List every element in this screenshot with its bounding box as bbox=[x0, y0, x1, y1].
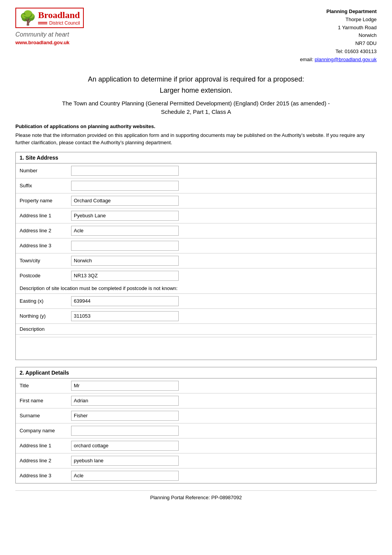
field-label-app-address1: Address line 1 bbox=[16, 438, 70, 453]
input-northing[interactable] bbox=[71, 311, 179, 321]
logo-area: 🌳 Broadland District Council Community a… bbox=[15, 8, 84, 45]
table-row: First name bbox=[16, 393, 376, 408]
table-row: Property name bbox=[16, 193, 376, 208]
field-label-easting: Easting (x) bbox=[16, 294, 70, 309]
section-1-header: 1. Site Address bbox=[16, 152, 376, 163]
table-row: Address line 2 bbox=[16, 453, 376, 468]
page-title-line3: The Town and Country Planning (General P… bbox=[15, 99, 377, 108]
field-value-description bbox=[70, 323, 376, 334]
table-row: Postcode bbox=[16, 268, 376, 283]
page-title-line4: Schedule 2, Part 1, Class A bbox=[15, 108, 377, 117]
input-company[interactable] bbox=[71, 426, 179, 436]
coordinates-table: Easting (x) Northing (y) Description bbox=[16, 294, 376, 334]
dept-name: Planning Department bbox=[300, 8, 377, 16]
table-row: Company name bbox=[16, 423, 376, 438]
field-value-address2 bbox=[70, 223, 376, 238]
field-label-app-address3: Address line 3 bbox=[16, 468, 70, 483]
input-app-address3[interactable] bbox=[71, 471, 179, 481]
section-1: 1. Site Address Number Suffix Property n… bbox=[15, 152, 377, 360]
field-label-firstname: First name bbox=[16, 393, 70, 408]
field-label-title: Title bbox=[16, 378, 70, 393]
table-row: Description bbox=[16, 323, 376, 334]
section-2-table: Title First name Surname Company name bbox=[16, 378, 376, 483]
textarea-description[interactable] bbox=[20, 337, 372, 356]
field-value-number bbox=[70, 163, 376, 178]
field-value-company bbox=[70, 423, 376, 438]
field-value-address3 bbox=[70, 238, 376, 253]
table-row: Easting (x) bbox=[16, 294, 376, 309]
district-council: District Council bbox=[38, 20, 80, 26]
table-row: Suffix bbox=[16, 178, 376, 193]
table-row: Address line 1 bbox=[16, 438, 376, 453]
input-town[interactable] bbox=[71, 256, 179, 266]
tree-icon: 🌳 bbox=[19, 11, 37, 25]
footer-reference: Planning Portal Reference: PP-08987092 bbox=[150, 495, 242, 500]
field-label-company: Company name bbox=[16, 423, 70, 438]
field-value-title bbox=[70, 378, 376, 393]
field-label-address1: Address line 1 bbox=[16, 208, 70, 223]
field-value-northing bbox=[70, 308, 376, 323]
table-row: Address line 3 bbox=[16, 238, 376, 253]
input-address1[interactable] bbox=[71, 211, 179, 221]
table-row: Town/city bbox=[16, 253, 376, 268]
field-label-northing: Northing (y) bbox=[16, 308, 70, 323]
input-app-address2[interactable] bbox=[71, 456, 179, 466]
table-row: Title bbox=[16, 378, 376, 393]
field-label-number: Number bbox=[16, 163, 70, 178]
field-label-postcode: Postcode bbox=[16, 268, 70, 283]
table-row: Address line 1 bbox=[16, 208, 376, 223]
field-value-app-address1 bbox=[70, 438, 376, 453]
input-address2[interactable] bbox=[71, 226, 179, 236]
dept-email-row: email: planning@broadland.gov.uk bbox=[300, 56, 377, 64]
table-row: Address line 2 bbox=[16, 223, 376, 238]
description-note: Description of site location must be com… bbox=[16, 283, 376, 294]
dc-line1 bbox=[38, 22, 47, 23]
input-surname[interactable] bbox=[71, 411, 179, 421]
dept-info: Planning Department Thorpe Lodge 1 Yarmo… bbox=[300, 8, 377, 64]
field-value-town bbox=[70, 253, 376, 268]
input-number[interactable] bbox=[71, 166, 179, 176]
sub-name: District Council bbox=[49, 20, 80, 26]
table-row: Surname bbox=[16, 408, 376, 423]
brand-name: Broadland bbox=[38, 10, 80, 20]
input-app-address1[interactable] bbox=[71, 441, 179, 451]
dept-city: Norwich bbox=[300, 32, 377, 40]
field-label-app-address2: Address line 2 bbox=[16, 453, 70, 468]
title-area: An application to determine if prior app… bbox=[15, 75, 377, 117]
dept-email-link[interactable]: planning@broadland.gov.uk bbox=[315, 57, 377, 62]
page-title-line1: An application to determine if prior app… bbox=[15, 75, 377, 83]
input-postcode[interactable] bbox=[71, 271, 179, 281]
logo-box: 🌳 Broadland District Council bbox=[15, 8, 84, 28]
section-1-table: Number Suffix Property name Address line… bbox=[16, 163, 376, 283]
field-label-description: Description bbox=[16, 323, 70, 334]
dc-line2 bbox=[38, 23, 47, 24]
field-value-app-address2 bbox=[70, 453, 376, 468]
header: 🌳 Broadland District Council Community a… bbox=[15, 8, 377, 64]
notice-title: Publication of applications on planning … bbox=[15, 123, 377, 129]
broadland-title: Broadland District Council bbox=[38, 10, 80, 26]
field-label-suffix: Suffix bbox=[16, 178, 70, 193]
input-address3[interactable] bbox=[71, 241, 179, 251]
dc-lines-icon bbox=[38, 22, 47, 25]
input-property-name[interactable] bbox=[71, 196, 179, 206]
dept-address1: Thorpe Lodge bbox=[300, 16, 377, 24]
page: 🌳 Broadland District Council Community a… bbox=[0, 0, 392, 510]
dept-address2: 1 Yarmouth Road bbox=[300, 24, 377, 32]
field-label-address2: Address line 2 bbox=[16, 223, 70, 238]
input-title[interactable] bbox=[71, 381, 179, 391]
table-row: Northing (y) bbox=[16, 308, 376, 323]
dept-postcode: NR7 0DU bbox=[300, 40, 377, 48]
field-label-property-name: Property name bbox=[16, 193, 70, 208]
field-value-property-name bbox=[70, 193, 376, 208]
table-row: Address line 3 bbox=[16, 468, 376, 483]
field-label-town: Town/city bbox=[16, 253, 70, 268]
dept-tel: Tel: 01603 430113 bbox=[300, 48, 377, 56]
section-2: 2. Applicant Details Title First name Su… bbox=[15, 367, 377, 483]
notice-area: Publication of applications on planning … bbox=[15, 123, 377, 147]
field-value-suffix bbox=[70, 178, 376, 193]
input-easting[interactable] bbox=[71, 296, 179, 306]
footer: Planning Portal Reference: PP-08987092 bbox=[15, 490, 377, 503]
section-2-header: 2. Applicant Details bbox=[16, 367, 376, 378]
input-firstname[interactable] bbox=[71, 396, 179, 406]
input-suffix[interactable] bbox=[71, 181, 179, 191]
